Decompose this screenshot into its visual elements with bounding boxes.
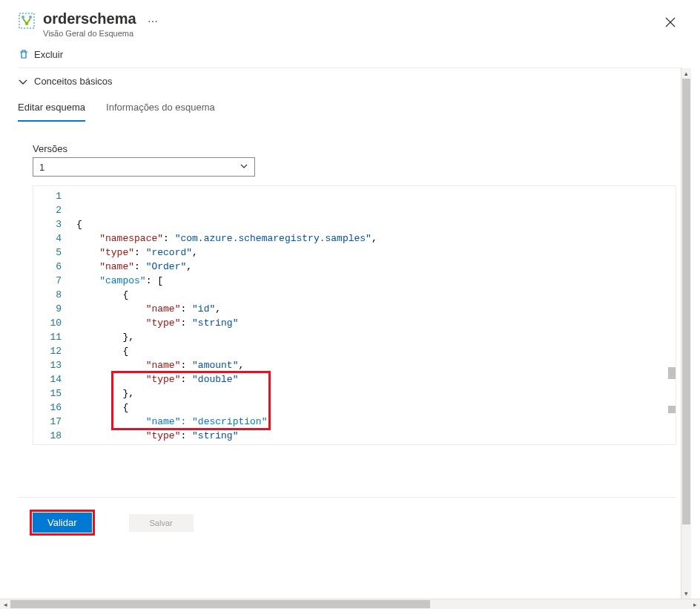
horizontal-scroll-thumb[interactable] [10, 600, 430, 608]
horizontal-scrollbar[interactable]: ◂ ▸ [0, 599, 700, 609]
schema-icon [18, 12, 36, 30]
page-subtitle: Visão Geral do Esquema [43, 29, 658, 38]
scroll-down-arrow[interactable]: ▾ [681, 588, 691, 599]
vertical-scrollbar[interactable]: ▴ ▾ [681, 68, 691, 599]
versions-label: Versões [33, 143, 676, 154]
delete-button[interactable]: Excluir [18, 48, 63, 60]
essentials-label: Conceitos básicos [34, 76, 113, 87]
schema-editor[interactable]: 123456789101112131415161718 { "namespace… [33, 185, 676, 445]
editor-minimap-mark [668, 406, 676, 413]
scroll-up-arrow[interactable]: ▴ [681, 68, 691, 79]
svg-rect-0 [19, 13, 34, 28]
chevron-down-icon [240, 162, 248, 173]
validate-button[interactable]: Validar [33, 513, 92, 533]
scroll-right-arrow[interactable]: ▸ [690, 599, 700, 609]
tab-schema-info[interactable]: Informações do esquema [106, 94, 215, 122]
scroll-left-arrow[interactable]: ◂ [0, 599, 10, 609]
svg-point-2 [29, 16, 32, 19]
page-title: orderschema [43, 10, 136, 27]
save-button[interactable]: Salvar [129, 514, 194, 532]
svg-point-3 [25, 22, 28, 25]
delete-button-label: Excluir [34, 49, 63, 60]
editor-code[interactable]: { "namespace": "com.azure.schemaregistry… [70, 186, 676, 444]
more-actions-button[interactable]: ⋯ [148, 16, 158, 27]
editor-minimap-mark [668, 367, 676, 379]
editor-gutter: 123456789101112131415161718 [33, 186, 70, 444]
version-selected-value: 1 [39, 162, 44, 173]
vertical-scroll-thumb[interactable] [682, 79, 690, 524]
tab-edit-schema[interactable]: Editar esquema [18, 94, 85, 122]
svg-point-1 [22, 16, 24, 19]
close-button[interactable] [658, 10, 682, 34]
version-select[interactable]: 1 [33, 157, 255, 177]
essentials-toggle[interactable]: Conceitos básicos [18, 68, 676, 94]
